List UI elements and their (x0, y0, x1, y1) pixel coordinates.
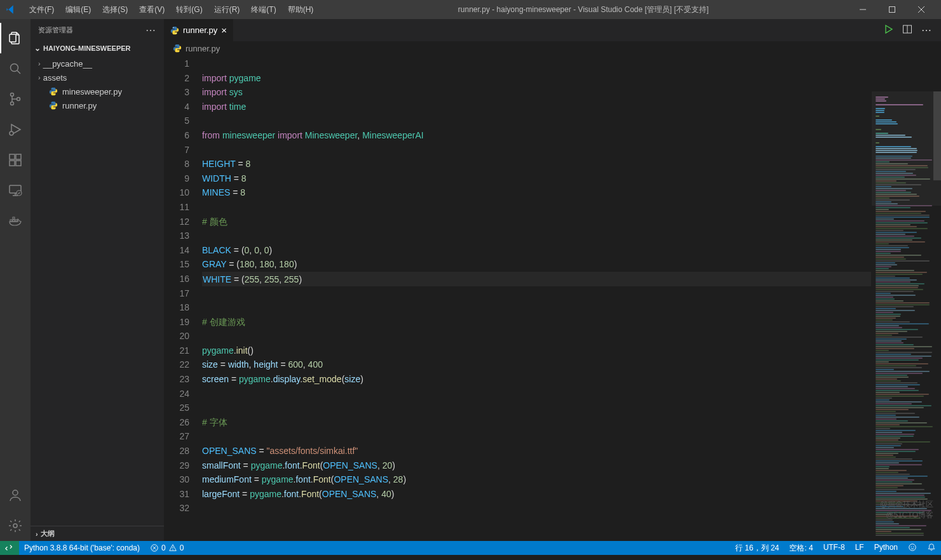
svg-rect-17 (13, 217, 15, 219)
outline-label: 大纲 (41, 529, 55, 538)
status-bar: Python 3.8.8 64-bit ('base': conda) 0 0 … (0, 541, 941, 555)
window-controls (848, 0, 936, 19)
vscode-logo-icon (5, 4, 17, 15)
menu-item[interactable]: 查看(V) (134, 2, 170, 18)
watermark: @掘金技术社区 @51CTO博客 (880, 499, 933, 521)
folder-item[interactable]: ›assets (30, 70, 164, 84)
file-tree: ›__pycache__›assetsminesweeper.pyrunner.… (30, 55, 164, 112)
cursor-position[interactable]: 行 16，列 24 (730, 543, 784, 554)
minimap[interactable] (871, 91, 941, 541)
svg-rect-0 (860, 10, 866, 10)
python-file-icon (48, 87, 58, 96)
chevron-right-icon: › (36, 530, 38, 538)
editor-actions: ⋯ (883, 24, 941, 36)
tab-bar: runner.py × ⋯ (164, 19, 941, 41)
python-file-icon (173, 44, 182, 53)
editor-area: runner.py × ⋯ runner.py 1234567891011121… (164, 19, 941, 541)
folder-item[interactable]: ›__pycache__ (30, 57, 164, 70)
run-icon[interactable] (883, 24, 893, 36)
tab-runner[interactable]: runner.py × (164, 19, 233, 41)
svg-point-4 (11, 93, 14, 97)
sidebar-header: 资源管理器 ⋯ (30, 19, 164, 41)
scrollbar-thumb[interactable] (933, 91, 941, 180)
svg-point-5 (11, 102, 14, 105)
window-title: runner.py - haiyong-minesweeper - Visual… (318, 4, 848, 15)
notifications-icon[interactable] (922, 543, 941, 552)
svg-point-19 (13, 524, 17, 528)
svg-point-6 (17, 98, 20, 101)
project-header[interactable]: ⌄ HAIYONG-MINESWEEPER (30, 41, 164, 55)
python-file-icon (48, 101, 58, 110)
svg-point-26 (172, 549, 173, 550)
problems-indicator[interactable]: 0 0 (145, 541, 189, 555)
file-item[interactable]: runner.py (30, 98, 164, 112)
svg-point-20 (173, 27, 173, 27)
extensions-icon[interactable] (0, 145, 30, 175)
svg-point-28 (911, 546, 912, 547)
svg-point-27 (909, 543, 916, 550)
file-item[interactable]: minesweeper.py (30, 84, 164, 98)
titlebar: 文件(F)编辑(E)选择(S)查看(V)转到(G)运行(R)终端(T)帮助(H)… (0, 0, 941, 19)
activity-bar (0, 19, 30, 541)
more-actions-icon[interactable]: ⋯ (921, 24, 932, 36)
main-area: 资源管理器 ⋯ ⌄ HAIYONG-MINESWEEPER ›__pycache… (0, 19, 941, 541)
docker-icon[interactable] (0, 206, 30, 236)
svg-point-3 (11, 64, 18, 72)
svg-rect-8 (10, 154, 15, 159)
svg-point-21 (176, 32, 177, 33)
menu-item[interactable]: 文件(F) (24, 2, 59, 18)
remote-explorer-icon[interactable] (0, 175, 30, 206)
minimize-button[interactable] (848, 0, 877, 19)
menu-item[interactable]: 运行(R) (209, 2, 245, 18)
feedback-icon[interactable] (903, 543, 922, 552)
outline-header[interactable]: › 大纲 (30, 526, 164, 541)
scrollbar[interactable] (933, 91, 941, 541)
chevron-right-icon: › (38, 74, 41, 81)
menu-item[interactable]: 选择(S) (97, 2, 133, 18)
project-name: HAIYONG-MINESWEEPER (43, 44, 131, 52)
close-tab-icon[interactable]: × (221, 25, 227, 36)
svg-point-18 (13, 490, 18, 495)
code-editor[interactable]: 1234567891011121314151617181920212223242… (164, 55, 941, 541)
code-content[interactable]: import pygameimport sysimport time from … (202, 55, 941, 541)
breadcrumb-file: runner.py (186, 44, 220, 53)
sidebar-title: 资源管理器 (38, 25, 73, 35)
tab-label: runner.py (183, 25, 217, 35)
python-file-icon (170, 26, 179, 35)
eol-indicator[interactable]: LF (850, 543, 869, 552)
indent-indicator[interactable]: 空格: 4 (784, 543, 818, 554)
svg-point-7 (10, 131, 13, 135)
chevron-right-icon: › (38, 60, 41, 67)
python-env[interactable]: Python 3.8.8 64-bit ('base': conda) (19, 541, 145, 555)
split-editor-icon[interactable] (902, 24, 912, 36)
main-menu: 文件(F)编辑(E)选择(S)查看(V)转到(G)运行(R)终端(T)帮助(H) (24, 2, 318, 18)
language-indicator[interactable]: Python (869, 543, 903, 552)
breadcrumb[interactable]: runner.py (164, 41, 941, 55)
svg-rect-1 (890, 7, 895, 13)
close-button[interactable] (907, 0, 936, 19)
remote-indicator[interactable] (0, 541, 19, 555)
search-icon[interactable] (0, 53, 30, 84)
maximize-button[interactable] (877, 0, 907, 19)
explorer-sidebar: 资源管理器 ⋯ ⌄ HAIYONG-MINESWEEPER ›__pycache… (30, 19, 164, 541)
svg-rect-2 (10, 34, 16, 42)
account-icon[interactable] (0, 480, 30, 510)
line-numbers: 1234567891011121314151617181920212223242… (164, 55, 202, 541)
run-debug-icon[interactable] (0, 114, 30, 145)
sidebar-more-icon[interactable]: ⋯ (146, 24, 156, 36)
chevron-down-icon: ⌄ (34, 44, 41, 53)
explorer-icon[interactable] (0, 23, 30, 53)
svg-rect-10 (16, 161, 21, 166)
menu-item[interactable]: 转到(G) (171, 2, 207, 18)
svg-point-29 (913, 546, 914, 547)
encoding-indicator[interactable]: UTF-8 (818, 543, 850, 552)
svg-rect-11 (16, 154, 21, 159)
menu-item[interactable]: 编辑(E) (60, 2, 96, 18)
source-control-icon[interactable] (0, 84, 30, 114)
menu-item[interactable]: 终端(T) (246, 2, 281, 18)
menu-item[interactable]: 帮助(H) (283, 2, 319, 18)
minimap-viewport[interactable] (871, 91, 941, 206)
settings-icon[interactable] (0, 510, 30, 541)
svg-rect-9 (10, 161, 15, 166)
